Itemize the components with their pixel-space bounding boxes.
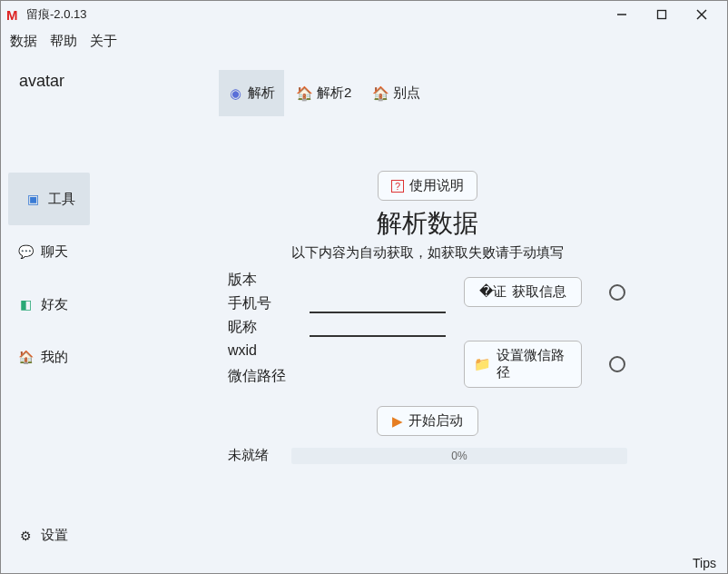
sidebar-item-label: 我的 bbox=[41, 349, 68, 366]
label-wechat-path: 微信路径 bbox=[228, 367, 300, 386]
progress-percent: 0% bbox=[451, 450, 467, 462]
sidebar-item-tools[interactable]: ▣ 工具 bbox=[8, 173, 90, 225]
sidebar-item-friends[interactable]: ◧ 好友 bbox=[1, 278, 182, 331]
gear-icon: ⚙ bbox=[17, 528, 34, 544]
get-info-radio[interactable] bbox=[609, 284, 625, 301]
tools-icon: ▣ bbox=[25, 191, 41, 207]
menu-data[interactable]: 数据 bbox=[10, 33, 37, 50]
progress-status: 未就绪 bbox=[228, 447, 282, 464]
title-bar: M 留痕-2.0.13 bbox=[1, 1, 727, 28]
phone-field[interactable] bbox=[310, 293, 446, 313]
sidebar-item-label: 聊天 bbox=[41, 243, 68, 261]
progress-bar: 0% bbox=[291, 448, 627, 464]
fingerprint-icon: �证 bbox=[479, 283, 507, 301]
label-version: 版本 bbox=[228, 271, 300, 290]
window-title: 留痕-2.0.13 bbox=[26, 6, 86, 23]
play-icon: ▶ bbox=[392, 413, 403, 430]
nickname-field[interactable] bbox=[310, 317, 446, 337]
tab-dont-click[interactable]: 🏠 别点 bbox=[364, 70, 429, 116]
maximize-button[interactable] bbox=[642, 2, 682, 27]
label-wxid: wxid bbox=[228, 342, 300, 359]
app-icon: M bbox=[6, 7, 21, 22]
help-button[interactable]: ? 使用说明 bbox=[378, 171, 477, 201]
page-title: 解析数据 bbox=[377, 206, 478, 241]
parse-icon: ◉ bbox=[228, 86, 242, 101]
home-icon: 🏠 bbox=[297, 86, 311, 101]
help-button-label: 使用说明 bbox=[409, 177, 464, 194]
folder-icon: 📁 bbox=[474, 356, 491, 372]
minimize-button[interactable] bbox=[602, 2, 642, 27]
home-icon: 🏠 bbox=[17, 349, 34, 365]
tab-label: 解析 bbox=[248, 84, 275, 102]
set-path-radio[interactable] bbox=[609, 356, 625, 372]
tips-label[interactable]: Tips bbox=[693, 556, 716, 570]
question-icon: ? bbox=[391, 180, 404, 193]
label-phone: 手机号 bbox=[228, 294, 300, 313]
tab-label: 别点 bbox=[393, 84, 420, 102]
sidebar: avatar ▣ 工具 💬 聊天 ◧ 好友 🏠 我的 ⚙ 设置 bbox=[1, 54, 182, 553]
status-bar: Tips bbox=[682, 553, 727, 573]
friends-icon: ◧ bbox=[17, 296, 34, 312]
main-panel: ◉ 解析 🏠 解析2 🏠 别点 ? 使用说明 解析数据 以下内容为自动获取，如获… bbox=[182, 54, 727, 553]
sidebar-item-mine[interactable]: 🏠 我的 bbox=[1, 331, 182, 383]
sidebar-item-chat[interactable]: 💬 聊天 bbox=[1, 225, 182, 278]
tab-bar: ◉ 解析 🏠 解析2 🏠 别点 bbox=[219, 70, 727, 116]
avatar[interactable]: avatar bbox=[19, 72, 182, 91]
settings-label: 设置 bbox=[41, 527, 68, 544]
menu-help[interactable]: 帮助 bbox=[50, 33, 77, 50]
label-nickname: 昵称 bbox=[228, 318, 300, 337]
get-info-label: 获取信息 bbox=[512, 283, 566, 301]
tab-parse2[interactable]: 🏠 解析2 bbox=[288, 70, 360, 116]
sidebar-item-label: 工具 bbox=[48, 191, 75, 208]
tab-parse[interactable]: ◉ 解析 bbox=[219, 70, 284, 116]
start-button-label: 开始启动 bbox=[408, 412, 463, 430]
sidebar-settings[interactable]: ⚙ 设置 bbox=[17, 527, 68, 544]
chat-icon: 💬 bbox=[17, 243, 34, 260]
tab-label: 解析2 bbox=[317, 84, 351, 102]
get-info-button[interactable]: �证 获取信息 bbox=[464, 277, 582, 307]
home-icon: 🏠 bbox=[373, 86, 388, 101]
set-path-label: 设置微信路径 bbox=[497, 347, 572, 381]
page-subtitle: 以下内容为自动获取，如获取失败请手动填写 bbox=[291, 244, 564, 262]
svg-rect-1 bbox=[658, 11, 666, 19]
menu-bar: 数据 帮助 关于 bbox=[1, 28, 727, 54]
set-path-button[interactable]: 📁 设置微信路径 bbox=[464, 341, 582, 388]
menu-about[interactable]: 关于 bbox=[90, 33, 117, 50]
start-button[interactable]: ▶ 开始启动 bbox=[377, 406, 478, 436]
close-button[interactable] bbox=[682, 2, 722, 27]
sidebar-item-label: 好友 bbox=[41, 296, 68, 313]
